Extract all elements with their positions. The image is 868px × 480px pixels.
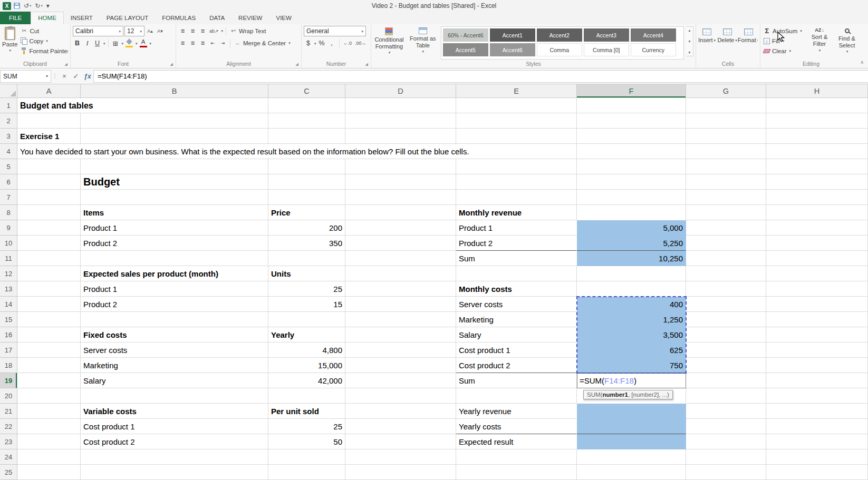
cell-A21[interactable]	[17, 404, 81, 419]
wrap-text-button[interactable]: ↩Wrap Text	[229, 26, 267, 36]
cell-H17[interactable]	[766, 342, 868, 358]
cell-E21[interactable]: Yearly revenue	[456, 404, 577, 419]
cell-B5[interactable]	[81, 159, 268, 174]
column-header-G[interactable]: G	[686, 84, 766, 98]
cell-D10[interactable]	[345, 236, 456, 251]
row-header-5[interactable]: 5	[0, 159, 17, 174]
clipboard-dialog-launcher-icon[interactable]	[65, 62, 67, 66]
row-header-8[interactable]: 8	[0, 205, 17, 220]
cell-D2[interactable]	[345, 113, 456, 129]
redo-dropdown-icon[interactable]: ▾	[41, 4, 42, 8]
cell-A4[interactable]: You have decided to start your own busin…	[17, 144, 81, 159]
cell-F16[interactable]: 3,500	[577, 327, 686, 342]
cell-E6[interactable]	[456, 174, 577, 190]
align-center-button[interactable]: ≡	[188, 38, 197, 48]
cell-B7[interactable]	[81, 190, 268, 205]
cell-C24[interactable]	[268, 449, 345, 465]
cell-A25[interactable]	[17, 465, 81, 480]
row-header-22[interactable]: 22	[0, 419, 17, 434]
cell-C6[interactable]	[268, 174, 345, 190]
cell-G24[interactable]	[686, 449, 766, 465]
cell-F24[interactable]	[577, 449, 686, 465]
align-bottom-button[interactable]: ≡	[198, 26, 207, 36]
save-button[interactable]	[13, 3, 21, 9]
cell-style-accent2[interactable]: Accent2	[537, 28, 582, 42]
tab-insert[interactable]: INSERT	[64, 12, 100, 24]
cell-A11[interactable]	[17, 251, 81, 266]
cell-E10[interactable]: Product 2	[456, 236, 577, 251]
cell-F22[interactable]	[577, 419, 686, 434]
tab-home[interactable]: HOME	[31, 12, 64, 24]
cell-C1[interactable]	[268, 98, 345, 113]
cell-D13[interactable]	[345, 281, 456, 297]
conditional-formatting-button[interactable]: Conditional Formatting	[373, 26, 405, 60]
row-header-13[interactable]: 13	[0, 281, 17, 297]
cell-B20[interactable]	[81, 388, 268, 404]
cell-B17[interactable]: Server costs	[81, 342, 268, 358]
delete-cells-button[interactable]: Delete	[718, 26, 737, 60]
cell-C10[interactable]: 350	[268, 236, 345, 251]
italic-button[interactable]: I	[83, 38, 92, 48]
cell-F1[interactable]	[577, 98, 686, 113]
cell-G3[interactable]	[686, 129, 766, 144]
cell-A18[interactable]	[17, 358, 81, 373]
cell-D20[interactable]	[345, 388, 456, 404]
cell-D3[interactable]	[345, 129, 456, 144]
cell-C12[interactable]: Units	[268, 266, 345, 281]
cell-E15[interactable]: Marketing	[456, 312, 577, 327]
insert-cells-button[interactable]: Insert	[698, 26, 716, 60]
cell-B3[interactable]	[81, 129, 268, 144]
cell-F14[interactable]: 400	[577, 297, 686, 312]
row-header-23[interactable]: 23	[0, 434, 17, 449]
cell-A7[interactable]	[17, 190, 81, 205]
copy-button[interactable]: Copy	[20, 36, 68, 46]
cell-E23[interactable]: Expected result	[456, 434, 577, 449]
cell-B8[interactable]: Items	[81, 205, 268, 220]
cell-G5[interactable]	[686, 159, 766, 174]
cell-E22[interactable]: Yearly costs	[456, 419, 577, 434]
row-header-20[interactable]: 20	[0, 388, 17, 404]
cell-H18[interactable]	[766, 358, 868, 373]
cell-C21[interactable]: Per unit sold	[268, 404, 345, 419]
borders-button[interactable]: ⊞	[111, 38, 120, 48]
cell-G15[interactable]	[686, 312, 766, 327]
cell-D19[interactable]	[345, 373, 456, 388]
cell-G21[interactable]	[686, 404, 766, 419]
cell-F18[interactable]: 750	[577, 358, 686, 373]
cell-A14[interactable]	[17, 297, 81, 312]
cell-G8[interactable]	[686, 205, 766, 220]
align-middle-button[interactable]: ≡	[188, 26, 197, 36]
cell-A3[interactable]: Exercise 1	[17, 129, 81, 144]
cell-H7[interactable]	[766, 190, 868, 205]
align-top-button[interactable]: ≡	[178, 26, 187, 36]
cell-E9[interactable]: Product 1	[456, 220, 577, 236]
cell-F13[interactable]	[577, 281, 686, 297]
cell-G4[interactable]	[686, 144, 766, 159]
sheet[interactable]: ABCDEFGH1Budget and tables23Exercise 14Y…	[0, 84, 868, 480]
cell-D12[interactable]	[345, 266, 456, 281]
clear-button[interactable]: Clear	[763, 46, 805, 56]
cell-E25[interactable]	[456, 465, 577, 480]
bold-button[interactable]: B	[73, 38, 82, 48]
row-header-4[interactable]: 4	[0, 144, 17, 159]
cell-A1[interactable]: Budget and tables	[17, 98, 81, 113]
column-header-B[interactable]: B	[81, 84, 268, 98]
row-header-24[interactable]: 24	[0, 449, 17, 465]
cell-H8[interactable]	[766, 205, 868, 220]
align-right-button[interactable]: ≡	[198, 38, 207, 48]
cell-C19[interactable]: 42,000	[268, 373, 345, 388]
cell-C15[interactable]	[268, 312, 345, 327]
cell-D14[interactable]	[345, 297, 456, 312]
formula-edit-cell[interactable]: =SUM(F14:F18)	[577, 373, 686, 388]
alignment-dialog-launcher-icon[interactable]	[296, 62, 298, 66]
cell-H23[interactable]	[766, 434, 868, 449]
format-as-table-button[interactable]: Format as Table	[407, 26, 439, 60]
cell-C23[interactable]: 50	[268, 434, 345, 449]
cell-style-accent3[interactable]: Accent3	[584, 28, 629, 42]
cell-D7[interactable]	[345, 190, 456, 205]
number-format-select[interactable]: General	[304, 26, 366, 36]
cell-F15[interactable]: 1,250	[577, 312, 686, 327]
cell-B10[interactable]: Product 2	[81, 236, 268, 251]
select-all-button[interactable]	[0, 84, 17, 98]
cell-A6[interactable]	[17, 174, 81, 190]
